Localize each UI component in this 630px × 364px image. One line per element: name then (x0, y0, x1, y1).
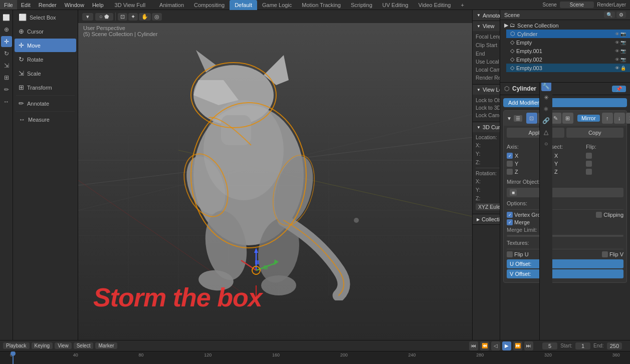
tool-move[interactable]: ✛ Move (15, 39, 76, 52)
timeline-playback-menu[interactable]: Playback (3, 342, 30, 349)
tool-scale[interactable]: ⇲ Scale (15, 67, 76, 80)
end-frame-display[interactable]: 250 (607, 342, 622, 349)
rotate-tool[interactable]: ↻ (1, 48, 12, 59)
viewport-select-mode[interactable]: ○ ⬟ (95, 13, 113, 21)
play-reverse-btn[interactable]: ◁ (491, 341, 500, 350)
flip-v-checkbox[interactable] (602, 251, 608, 257)
tool-rotate[interactable]: ↻ Rotate (15, 53, 76, 66)
flip-z-checkbox[interactable] (586, 169, 592, 175)
tool-annotate[interactable]: ✏ Annotate (15, 97, 76, 110)
timeline-view-menu[interactable]: View (55, 342, 72, 349)
tab-more[interactable]: + (456, 0, 469, 10)
cylinder-vis-icon[interactable]: 👁 (615, 32, 619, 37)
viewport-overlay-btn[interactable]: ⊡ (118, 13, 127, 21)
scene-item-empty003[interactable]: ◇ Empty.003 👁 🔒 (506, 64, 630, 72)
empty-cam-icon[interactable]: 📷 (620, 40, 626, 45)
mod-move-up[interactable]: ↑ (602, 113, 613, 124)
prop-constraints-icon[interactable]: 🔗 (541, 116, 551, 126)
timeline-select-menu[interactable]: Select (74, 342, 94, 349)
viewport-snapping-btn[interactable]: ✋ (139, 13, 151, 21)
empty002-cam-icon[interactable]: 📷 (620, 57, 626, 62)
tool-measure[interactable]: ↔ Measure (15, 113, 76, 126)
merge-checkbox[interactable]: ✓ (507, 219, 513, 225)
play-btn[interactable]: ▶ (502, 341, 511, 350)
current-frame-display[interactable]: 5 (542, 342, 557, 349)
outliner-filter-btn[interactable]: 🔍 (604, 12, 615, 18)
u-offset-input[interactable]: U Offset: (507, 259, 623, 268)
tool-cursor[interactable]: ⊕ Cursor (15, 25, 76, 38)
empty001-cam-icon[interactable]: 📷 (620, 49, 626, 54)
scene-item-empty001[interactable]: ◇ Empty.001 👁 📷 (506, 47, 630, 55)
tab-3dview-full[interactable]: 3D View Full (110, 0, 151, 10)
prop-particle-icon[interactable]: ✳ (541, 93, 551, 103)
scene-root[interactable]: ▶ 🗂 Scene Collection (500, 21, 630, 30)
tab-video-editing[interactable]: Video Editing (413, 0, 456, 10)
annotate-tool[interactable]: ✏ (1, 84, 12, 95)
flip-u-checkbox[interactable] (507, 251, 513, 257)
tab-uv-editing[interactable]: UV Editing (377, 0, 413, 10)
empty003-cam-icon[interactable]: 🔒 (620, 66, 626, 71)
jump-start-btn[interactable]: ⏮ (469, 341, 478, 350)
prop-material-icon[interactable]: ○ (541, 139, 551, 149)
empty002-vis-icon[interactable]: 👁 (615, 57, 619, 62)
prop-data-icon[interactable]: △ (541, 127, 551, 137)
mirror-expand-arrow[interactable]: ▼ (507, 116, 512, 121)
tab-compositing[interactable]: Compositing (189, 0, 230, 10)
mirror-name-input[interactable]: Mirror (577, 115, 600, 122)
cursor-tool[interactable]: ⊕ (1, 24, 12, 35)
tab-game-logic[interactable]: Game Logic (257, 0, 297, 10)
empty-vis-icon[interactable]: 👁 (615, 40, 619, 45)
flip-y-checkbox[interactable] (586, 161, 592, 167)
mirror-modifier-checkbox[interactable]: ☰ (514, 115, 522, 122)
prop-modifier-icon[interactable]: 🔧 (541, 81, 551, 91)
cylinder-cam-icon[interactable]: 📷 (620, 32, 626, 37)
scene-item-cylinder[interactable]: ⬡ Cylinder 👁 📷 (506, 30, 630, 38)
prop-physics-icon[interactable]: ⚛ (541, 104, 551, 114)
v-offset-input[interactable]: V Offset: (507, 269, 623, 278)
flip-x-checkbox[interactable] (586, 153, 592, 159)
scene-selector[interactable]: Scene (560, 2, 594, 8)
axis-x-checkbox[interactable]: ✓ (507, 153, 513, 159)
copy-btn[interactable]: Copy (566, 128, 624, 138)
mod-icon-realtime[interactable]: ⊡ (526, 113, 537, 124)
timeline-keying-menu[interactable]: Keying (32, 342, 53, 349)
jump-end-btn[interactable]: ⏭ (524, 341, 533, 350)
tab-animation[interactable]: Animation (154, 0, 189, 10)
menu-render[interactable]: Render (35, 0, 61, 10)
add-modifier-btn[interactable]: Add Modifier (503, 98, 627, 107)
tab-default[interactable]: Default (230, 0, 257, 10)
menu-file[interactable]: File (0, 0, 17, 10)
jump-next-keyframe-btn[interactable]: ⏩ (513, 341, 522, 350)
transform-tool[interactable]: ⊞ (1, 72, 12, 83)
tool-select-box[interactable]: ⬜ Select Box (15, 11, 76, 24)
mirror-object-input[interactable]: ■ (507, 188, 623, 197)
properties-pin-btn[interactable]: 📌 (612, 86, 626, 92)
viewport-proportional-btn[interactable]: ◎ (152, 13, 162, 21)
move-tool[interactable]: ✛ (1, 36, 12, 47)
select-box-tool[interactable]: ⬜ (1, 12, 12, 23)
empty003-vis-icon[interactable]: 👁 (615, 66, 619, 71)
menu-edit[interactable]: Edit (17, 0, 35, 10)
playhead[interactable] (13, 351, 14, 364)
mod-icon-cage[interactable]: ⊞ (562, 113, 573, 124)
clipping-checkbox[interactable] (596, 212, 602, 218)
viewport-gizmo-btn[interactable]: ✦ (128, 13, 138, 21)
apply-btn[interactable]: Apply (507, 128, 564, 138)
tab-motion-tracking[interactable]: Motion Tracking (297, 0, 346, 10)
outliner-search-btn[interactable]: ⚙ (616, 12, 626, 18)
scene-item-empty002[interactable]: ◇ Empty.002 👁 📷 (506, 55, 630, 64)
jump-prev-keyframe-btn[interactable]: ⏪ (480, 341, 489, 350)
scene-item-empty[interactable]: ◇ Empty 👁 📷 (506, 38, 630, 47)
scale-tool[interactable]: ⇲ (1, 60, 12, 71)
menu-help[interactable]: Help (88, 0, 108, 10)
vertex-groups-checkbox[interactable]: ✓ (507, 212, 513, 218)
mod-close[interactable]: ✕ (626, 113, 630, 124)
empty001-vis-icon[interactable]: 👁 (615, 49, 619, 54)
measure-tool[interactable]: ↔ (1, 96, 12, 107)
merge-limit-input[interactable] (507, 235, 623, 237)
axis-y-checkbox[interactable] (507, 161, 513, 167)
timeline-marker-menu[interactable]: Marker (95, 342, 117, 349)
mod-move-down[interactable]: ↓ (614, 113, 625, 124)
tool-transform[interactable]: ⊞ Transform (15, 81, 76, 94)
view-mode-selector[interactable]: ▾ (82, 13, 93, 21)
